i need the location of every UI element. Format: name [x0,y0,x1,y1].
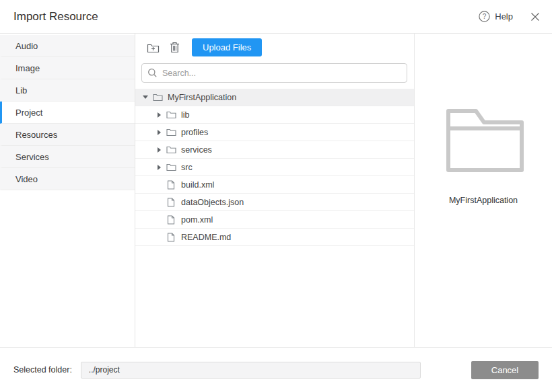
tree-toolbar: Upload Files [135,34,414,61]
preview-panel: MyFirstApplication [415,34,552,347]
dialog-footer: Selected folder: Cancel [0,347,552,392]
import-resource-dialog: Import Resource ? Help [0,0,552,392]
tree-item-label: services [181,145,212,155]
file-tree: MyFirstApplication lib profiles [135,89,414,347]
preview-folder-name: MyFirstApplication [449,196,518,205]
caret-spacer [154,180,164,190]
svg-text:?: ? [483,13,487,20]
sidebar-item-label: Lib [15,85,27,95]
folder-icon [152,92,163,103]
sidebar-item-lib[interactable]: Lib [0,79,135,102]
help-label: Help [495,11,513,22]
sidebar-item-image[interactable]: Image [0,57,135,79]
tree-item-dataobjects-json[interactable]: dataObjects.json [135,194,414,211]
sidebar-item-label: Image [15,63,40,73]
file-icon [166,214,176,225]
category-sidebar: Audio Image Lib Project Resources Servic… [0,34,135,347]
folder-icon [166,110,176,120]
tree-item-build-xml[interactable]: build.xml [135,176,414,194]
file-icon [166,180,176,190]
header-actions: ? Help [479,11,540,22]
tree-item-profiles[interactable]: profiles [135,124,414,141]
dialog-body: Audio Image Lib Project Resources Servic… [0,34,552,347]
folder-icon [166,145,176,155]
tree-item-label: MyFirstApplication [168,93,236,102]
close-button[interactable] [530,12,540,22]
tree-item-label: src [181,163,193,172]
sidebar-item-label: Services [15,152,49,162]
selected-folder-label: Selected folder: [13,365,72,375]
caret-spacer [154,215,164,225]
help-button[interactable]: ? Help [479,11,513,22]
tree-item-services[interactable]: services [135,141,414,159]
file-icon [166,232,176,243]
sidebar-item-label: Project [15,108,42,118]
tree-item-label: profiles [181,128,208,137]
folder-icon [166,127,176,138]
folder-plus-icon [147,42,160,53]
caret-right-icon[interactable] [154,128,164,137]
file-icon [166,197,176,208]
folder-icon [443,109,524,172]
search-container [141,63,407,83]
tree-item-pom-xml[interactable]: pom.xml [135,211,414,229]
tree-item-label: README.md [181,233,231,242]
dialog-header: Import Resource ? Help [0,0,552,34]
caret-spacer [154,233,164,242]
sidebar-item-services[interactable]: Services [0,146,135,168]
caret-spacer [154,198,164,207]
folder-icon [166,162,176,173]
tree-item-readme-md[interactable]: README.md [135,229,414,246]
dialog-title: Import Resource [13,10,98,24]
close-icon [530,12,540,22]
tree-item-lib[interactable]: lib [135,106,414,124]
caret-right-icon[interactable] [154,145,164,155]
tree-item-label: pom.xml [181,215,213,225]
selected-folder-input[interactable] [81,362,421,379]
sidebar-item-video[interactable]: Video [0,168,135,190]
caret-right-icon[interactable] [154,163,164,172]
sidebar-item-label: Video [15,174,38,184]
sidebar-item-resources[interactable]: Resources [0,124,135,146]
tree-item-src[interactable]: src [135,159,414,176]
tree-item-myfirstapplication[interactable]: MyFirstApplication [135,89,414,106]
caret-down-icon[interactable] [141,93,150,102]
help-icon: ? [479,11,490,22]
tree-item-label: lib [181,110,190,120]
upload-files-button[interactable]: Upload Files [192,38,262,56]
caret-right-icon[interactable] [154,110,164,120]
delete-button[interactable] [165,39,184,56]
new-folder-button[interactable] [143,39,162,56]
sidebar-item-audio[interactable]: Audio [0,35,135,57]
sidebar-item-label: Resources [15,130,57,140]
tree-item-label: dataObjects.json [181,198,244,207]
trash-icon [170,42,180,53]
sidebar-item-label: Audio [15,41,38,51]
sidebar-item-project[interactable]: Project [0,102,135,124]
file-tree-panel: Upload Files MyFirstApplicati [135,34,415,347]
tree-item-label: build.xml [181,180,214,190]
cancel-button[interactable]: Cancel [471,361,539,379]
search-input[interactable] [141,63,407,83]
